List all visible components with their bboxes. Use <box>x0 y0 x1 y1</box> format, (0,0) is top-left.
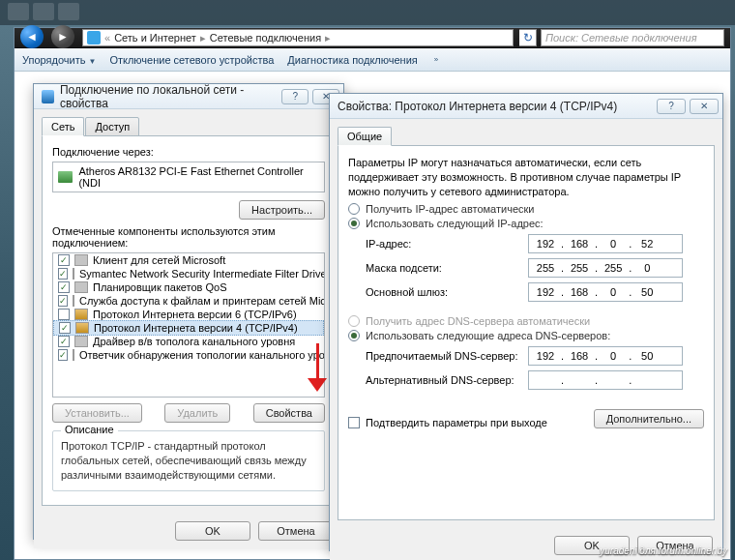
breadcrumb[interactable]: « Сеть и Интернет ▸ Сетевые подключения … <box>82 29 514 46</box>
nic-icon <box>58 171 73 183</box>
gateway-input[interactable]: ... <box>528 282 683 302</box>
component-row[interactable]: Ответчик обнаружения топологии канальног… <box>53 348 324 362</box>
component-label: Протокол Интернета версии 4 (TCP/IPv4) <box>94 322 298 334</box>
dns-manual-radio[interactable]: Использовать следующие адреса DNS-сервер… <box>348 330 704 341</box>
taskbar-icons <box>8 3 79 20</box>
ip-octet[interactable] <box>531 285 560 299</box>
cancel-button[interactable]: Отмена <box>258 521 334 541</box>
network-icon <box>42 90 54 103</box>
component-row[interactable]: Протокол Интернета версии 6 (TCP/IPv6) <box>53 308 324 321</box>
connect-using-label: Подключение через: <box>52 146 325 158</box>
ip-octet[interactable] <box>531 349 560 363</box>
component-row[interactable]: Драйвер в/в тополога канального уровня <box>53 335 324 348</box>
dns2-input[interactable]: ... <box>528 370 683 390</box>
component-icon <box>74 336 88 347</box>
component-row[interactable]: Symantec Network Security Intermediate F… <box>53 267 324 280</box>
ip-auto-radio[interactable]: Получить IP-адрес автоматически <box>348 203 704 215</box>
ip-octet[interactable] <box>565 349 594 363</box>
intro-text: Параметры IP могут назначаться автоматич… <box>348 156 704 199</box>
back-button[interactable]: ◄ <box>20 25 44 48</box>
subnet-mask-input[interactable]: ... <box>528 258 683 278</box>
taskbar-blur <box>0 0 735 25</box>
task-icon <box>33 3 54 20</box>
crumb-2[interactable]: Сетевые подключения <box>210 32 321 44</box>
dialog-body: Сеть Доступ Подключение через: Atheros A… <box>34 109 343 514</box>
ip-octet[interactable] <box>632 349 662 363</box>
nav-toolbar: ◄ ► « Сеть и Интернет ▸ Сетевые подключе… <box>15 28 730 48</box>
remove-button[interactable]: Удалить <box>164 403 230 423</box>
ip-octet[interactable] <box>632 261 662 275</box>
ip-octet[interactable] <box>599 261 628 275</box>
checkbox-icon[interactable] <box>58 295 68 307</box>
refresh-button[interactable]: ↻ <box>519 29 537 46</box>
dialog-titlebar[interactable]: Свойства: Протокол Интернета версии 4 (T… <box>330 94 722 119</box>
dns2-field: Альтернативный DNS-сервер: ... <box>366 370 704 390</box>
dns1-field: Предпочитаемый DNS-сервер: ... <box>366 346 704 366</box>
components-listbox[interactable]: Клиент для сетей MicrosoftSymantec Netwo… <box>52 252 325 398</box>
components-label: Отмеченные компоненты используются этим … <box>52 225 325 249</box>
component-row[interactable]: Планировщик пакетов QoS <box>53 280 324 294</box>
radio-icon <box>348 330 360 341</box>
ip-octet[interactable] <box>632 285 662 299</box>
cmd-disable-device[interactable]: Отключение сетевого устройства <box>109 54 274 66</box>
checkbox-icon[interactable] <box>59 322 71 334</box>
ip-address-input[interactable]: ... <box>528 234 683 253</box>
cmd-diagnose[interactable]: Диагностика подключения <box>287 54 417 66</box>
validate-checkbox[interactable]: Подтвердить параметры при выходе <box>348 417 547 428</box>
search-input[interactable]: Поиск: Сетевые подключения <box>541 29 724 46</box>
component-icon <box>74 254 88 266</box>
ip-manual-radio[interactable]: Использовать следующий IP-адрес: <box>348 218 704 229</box>
cmd-organize[interactable]: Упорядочить▼ <box>22 54 96 66</box>
component-label: Служба доступа к файлам и принтерам сете… <box>79 295 325 307</box>
ip-octet[interactable] <box>531 373 560 387</box>
cmd-more-icon[interactable]: » <box>434 55 438 64</box>
checkbox-icon[interactable] <box>58 309 70 320</box>
ip-octet[interactable] <box>599 373 628 387</box>
ip-octet[interactable] <box>565 237 594 251</box>
component-row[interactable]: Клиент для сетей Microsoft <box>53 253 324 267</box>
ipv4-properties-dialog: Свойства: Протокол Интернета версии 4 (T… <box>329 93 723 551</box>
component-icon <box>73 349 74 361</box>
ip-octet[interactable] <box>565 373 594 387</box>
checkbox-icon[interactable] <box>58 268 68 280</box>
tab-network[interactable]: Сеть <box>42 117 84 136</box>
ip-octet[interactable] <box>632 373 662 387</box>
component-row[interactable]: Протокол Интернета версии 4 (TCP/IPv4) <box>53 320 324 336</box>
advanced-button[interactable]: Дополнительно... <box>594 409 704 428</box>
help-button[interactable]: ? <box>657 99 686 114</box>
checkbox-icon[interactable] <box>58 349 68 361</box>
tab-pane: Параметры IP могут назначаться автоматич… <box>338 145 715 520</box>
ok-button[interactable]: OK <box>175 521 250 541</box>
properties-button[interactable]: Свойства <box>253 403 325 423</box>
ip-octet[interactable] <box>531 237 560 251</box>
adapter-box: Atheros AR8132 PCI-E Fast Ethernet Contr… <box>52 162 325 192</box>
task-icon <box>8 3 29 20</box>
ip-octet[interactable] <box>599 237 628 251</box>
configure-button[interactable]: Настроить... <box>239 200 325 220</box>
dns1-input[interactable]: ... <box>528 346 683 366</box>
checkbox-icon[interactable] <box>58 254 70 266</box>
close-button[interactable]: ✕ <box>690 99 719 114</box>
forward-button[interactable]: ► <box>51 25 74 48</box>
crumb-1[interactable]: Сеть и Интернет <box>114 32 196 44</box>
checkbox-icon[interactable] <box>58 336 70 347</box>
ip-octet[interactable] <box>599 349 628 363</box>
ip-octet[interactable] <box>531 261 560 275</box>
dialog-titlebar[interactable]: Подключение по локальной сети - свойства… <box>34 84 343 109</box>
dialog-body: Общие Параметры IP могут назначаться авт… <box>330 119 722 528</box>
component-label: Протокол Интернета версии 6 (TCP/IPv6) <box>93 309 297 320</box>
ip-octet[interactable] <box>599 285 628 299</box>
checkbox-icon[interactable] <box>58 281 70 293</box>
tab-access[interactable]: Доступ <box>85 117 139 136</box>
help-button[interactable]: ? <box>281 89 309 104</box>
install-button[interactable]: Установить... <box>52 403 142 423</box>
component-label: Клиент для сетей Microsoft <box>93 254 225 266</box>
ip-octet[interactable] <box>565 261 594 275</box>
ip-octet[interactable] <box>632 237 662 251</box>
component-row[interactable]: Служба доступа к файлам и принтерам сете… <box>53 294 324 308</box>
chevron-right-icon: ▸ <box>200 32 206 44</box>
component-icon <box>74 281 88 293</box>
ip-octet[interactable] <box>565 285 594 299</box>
tab-general[interactable]: Общие <box>338 127 392 146</box>
task-icon <box>58 3 79 20</box>
